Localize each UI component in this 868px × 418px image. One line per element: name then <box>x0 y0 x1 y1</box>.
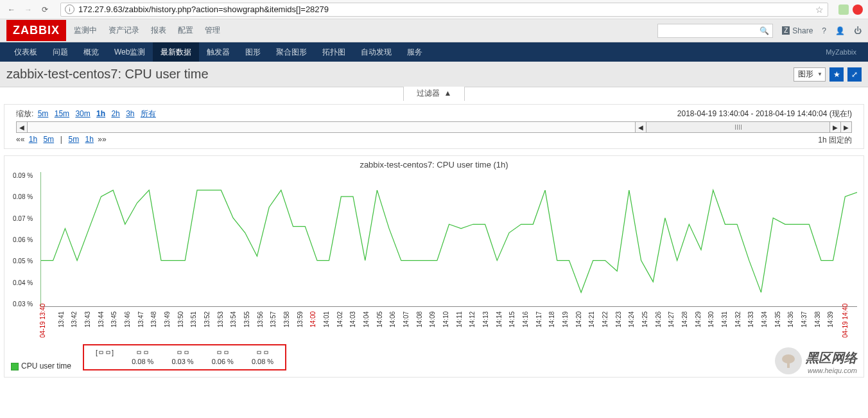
slider-grip-icon <box>733 124 744 130</box>
chart-title: zabbix-test-centos7: CPU user time (1h) <box>11 160 857 170</box>
back-5m[interactable]: 5m <box>43 135 54 144</box>
back-button[interactable]: ← <box>5 3 18 16</box>
myzabbix-link[interactable]: MyZabbix <box>826 48 862 56</box>
user-icon[interactable]: 👤 <box>835 26 845 35</box>
time-range-text[interactable]: 2018-04-19 13:40:04 - 2018-04-19 14:40:0… <box>677 109 852 119</box>
filter-tab-row: 过滤器 ▲ <box>0 87 868 101</box>
subnav-services[interactable]: 服务 <box>399 42 430 62</box>
share-button[interactable]: ZShare <box>782 26 813 35</box>
legend-stats-box: [ᆷᆷ] ᆷᆷ0.08 % ᆷᆷ0.03 % ᆷᆷ0.06 % ᆷᆷ0.08 % <box>83 344 286 370</box>
page-back-links: «« 1h 5m | 5m 1h »» <box>16 135 107 146</box>
extension-icon-2[interactable] <box>853 4 863 15</box>
slider-handle[interactable]: ◀ ▶ <box>635 122 840 132</box>
url-text: 172.27.9.63/zabbix/history.php?action=sh… <box>78 4 815 14</box>
zoom-all[interactable]: 所有 <box>141 109 156 118</box>
topnav-administration[interactable]: 管理 <box>205 25 220 36</box>
page-header: zabbix-test-centos7: CPU user time 图形 ★ … <box>0 62 868 87</box>
subnav-triggers[interactable]: 触发器 <box>199 42 238 62</box>
help-icon[interactable]: ? <box>822 26 826 35</box>
zoom-3h[interactable]: 3h <box>126 109 134 118</box>
watermark: 黑区网络 www.heiqu.com <box>775 347 857 374</box>
zoom-30m[interactable]: 30m <box>75 109 90 118</box>
address-bar[interactable]: i 172.27.9.63/zabbix/history.php?action=… <box>60 3 828 17</box>
legend-swatch <box>11 363 19 370</box>
topnav-reports[interactable]: 报表 <box>151 25 166 36</box>
legend-series: CPU user time <box>11 361 71 370</box>
filter-toggle[interactable]: 过滤器 ▲ <box>403 87 465 101</box>
back-1h[interactable]: 1h <box>29 135 37 144</box>
zoom-5m[interactable]: 5m <box>38 109 49 118</box>
top-nav: 监测中 资产记录 报表 配置 管理 <box>74 25 657 36</box>
extension-icon-1[interactable] <box>838 4 849 15</box>
favorite-button[interactable]: ★ <box>829 67 844 82</box>
zoom-links: 缩放: 5m 15m 30m 1h 2h 3h 所有 <box>16 109 158 119</box>
zoom-2h[interactable]: 2h <box>111 109 119 118</box>
slider-handle-left[interactable]: ◀ <box>635 121 647 133</box>
watermark-logo-icon <box>775 347 802 374</box>
app-topbar: ZABBIX 监测中 资产记录 报表 配置 管理 🔍 ZShare ? 👤 ⏻ <box>0 19 868 42</box>
subnav-discovery[interactable]: 自动发现 <box>353 42 399 62</box>
subnav-dashboard[interactable]: 仪表板 <box>6 42 45 62</box>
time-controls: 缩放: 5m 15m 30m 1h 2h 3h 所有 2018-04-19 13… <box>4 104 864 149</box>
legend-name: CPU user time <box>21 361 71 370</box>
share-label: Share <box>792 26 813 35</box>
svg-rect-1 <box>787 362 790 368</box>
zoom-15m[interactable]: 15m <box>55 109 69 118</box>
x-start-label: 04-19 13:40 <box>39 304 46 338</box>
graph-card: zabbix-test-centos7: CPU user time (1h) … <box>4 155 864 378</box>
subnav-web[interactable]: Web监测 <box>107 42 153 62</box>
subnav-overview[interactable]: 概览 <box>76 42 107 62</box>
topnav-configuration[interactable]: 配置 <box>178 25 193 36</box>
x-end-label: 04-19 14:40 <box>842 304 849 338</box>
bookmark-star-icon[interactable]: ☆ <box>815 4 824 15</box>
subnav-problems[interactable]: 问题 <box>45 42 76 62</box>
logout-icon[interactable]: ⏻ <box>854 26 862 35</box>
reload-button[interactable]: ⟳ <box>39 3 51 16</box>
forward-button[interactable]: → <box>22 3 35 16</box>
info-icon[interactable]: i <box>65 4 74 14</box>
page-title: zabbix-test-centos7: CPU user time <box>6 67 794 82</box>
chart-legend: CPU user time [ᆷᆷ] ᆷᆷ0.08 % ᆷᆷ0.03 % ᆷᆷ0… <box>11 344 857 370</box>
topnav-monitoring[interactable]: 监测中 <box>74 25 97 36</box>
scroll-left-button[interactable]: ◀ <box>16 121 28 133</box>
time-slider[interactable]: ◀ ▶ <box>27 121 841 133</box>
chart-x-labels: 04-19 13:40 04-19 14:40 13:4113:4213:431… <box>40 307 857 342</box>
subnav-graphs[interactable]: 图形 <box>238 42 268 62</box>
sub-nav: 仪表板 问题 概览 Web监测 最新数据 触发器 图形 聚合图形 拓扑图 自动发… <box>0 42 868 62</box>
subnav-screens[interactable]: 聚合图形 <box>268 42 315 62</box>
fullscreen-button[interactable]: ⤢ <box>847 67 862 82</box>
fixed-label[interactable]: 1h 固定的 <box>818 135 852 146</box>
watermark-text: 黑区网络 <box>806 349 857 367</box>
fwd-5m[interactable]: 5m <box>69 135 80 144</box>
slider-handle-right[interactable]: ▶ <box>829 121 841 133</box>
subnav-latest-data[interactable]: 最新数据 <box>153 42 199 62</box>
chart-plot[interactable]: 0.09 %0.08 %0.07 %0.06 %0.05 %0.04 %0.03… <box>40 172 857 307</box>
extension-icons <box>833 4 863 15</box>
fwd-1h[interactable]: 1h <box>85 135 94 144</box>
svg-point-0 <box>782 354 795 363</box>
search-icon: 🔍 <box>759 26 769 35</box>
watermark-url: www.heiqu.com <box>806 367 857 374</box>
zoom-label: 缩放: <box>16 109 33 118</box>
scroll-right-button[interactable]: ▶ <box>840 121 852 133</box>
subnav-maps[interactable]: 拓扑图 <box>315 42 353 62</box>
zabbix-logo[interactable]: ZABBIX <box>6 20 66 41</box>
zoom-1h[interactable]: 1h <box>96 109 105 118</box>
browser-toolbar: ← → ⟳ i 172.27.9.63/zabbix/history.php?a… <box>0 0 868 19</box>
view-mode-select[interactable]: 图形 <box>794 67 826 82</box>
search-input[interactable]: 🔍 <box>657 24 773 38</box>
chart-svg <box>41 172 857 306</box>
topnav-inventory[interactable]: 资产记录 <box>108 25 139 36</box>
